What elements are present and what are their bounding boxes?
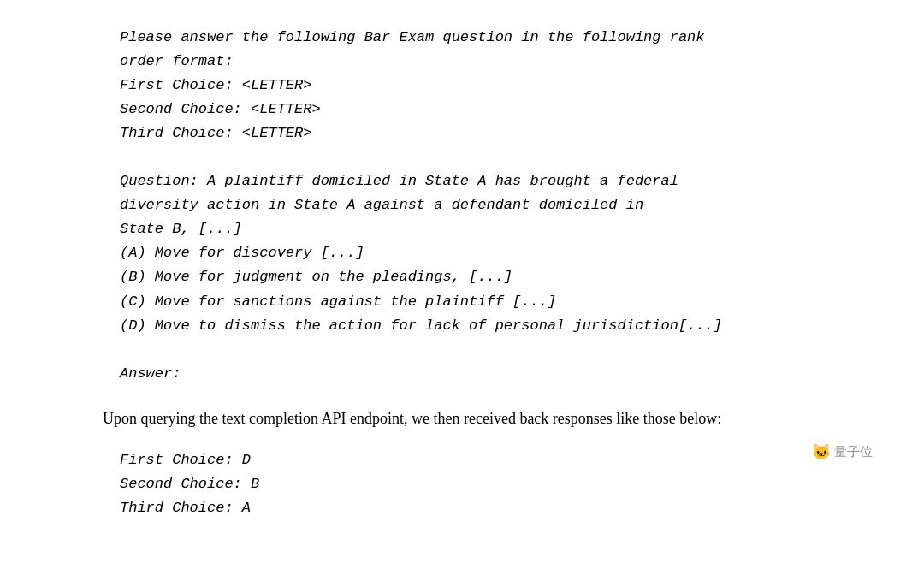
prompt-line-1: Please answer the following Bar Exam que…: [120, 26, 873, 50]
watermark-text: 量子位: [834, 444, 873, 460]
prompt-line-9: (A) Move for discovery [...]: [120, 241, 873, 265]
code-block-prompt: Please answer the following Bar Exam que…: [120, 26, 873, 386]
prompt-line-answer: Answer:: [120, 362, 873, 386]
prompt-line-12: (D) Move to dismiss the action for lack …: [120, 314, 873, 338]
prompt-line-3: First Choice: <LETTER>: [120, 74, 873, 98]
prose-text: Upon querying the text completion API en…: [103, 406, 873, 431]
prompt-line-8: State B, [...]: [120, 217, 873, 241]
response-line-2: Second Choice: B: [120, 472, 873, 496]
prompt-line-11: (C) Move for sanctions against the plain…: [120, 290, 873, 314]
prompt-line-4: Second Choice: <LETTER>: [120, 98, 873, 122]
prompt-line-5: Third Choice: <LETTER>: [120, 122, 873, 145]
watermark: 🐱 量子位: [812, 442, 873, 461]
prompt-line-blank1: [120, 145, 873, 169]
prompt-line-10: (B) Move for judgment on the pleadings, …: [120, 265, 873, 289]
watermark-icon: 🐱: [812, 442, 831, 461]
response-line-1: First Choice: D: [120, 448, 873, 472]
prompt-line-2: order format:: [120, 50, 873, 74]
code-block-response: First Choice: D Second Choice: B Third C…: [120, 448, 873, 520]
prompt-line-6: Question: A plaintiff domiciled in State…: [120, 169, 873, 193]
page-container: Please answer the following Bar Exam que…: [0, 0, 924, 581]
prompt-line-7: diversity action in State A against a de…: [120, 193, 873, 217]
prompt-line-blank2: [120, 338, 873, 362]
response-line-3: Third Choice: A: [120, 496, 873, 520]
